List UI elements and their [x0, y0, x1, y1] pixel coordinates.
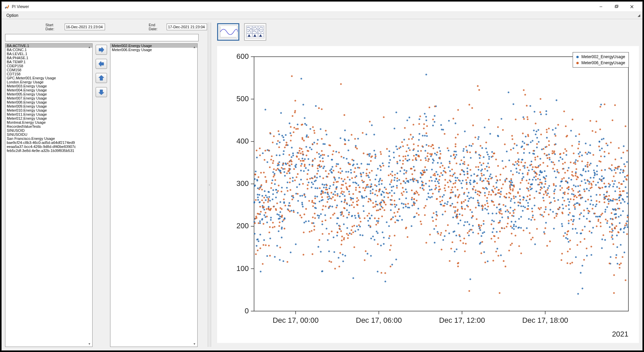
list-item[interactable]: CDM158 — [5, 68, 92, 72]
selected-tags-list[interactable]: ▴ ▾ Meter002.Energy UsageMeter006.Energy… — [110, 43, 198, 347]
list-item[interactable]: feb5c2df-3e8d-4e9e-a32b-1b39f835b531 — [5, 149, 92, 153]
chart-area[interactable]: 0100200300400500600Dec 17, 00:00Dec 17, … — [217, 46, 639, 343]
list-item[interactable]: London.Energy Usage — [5, 80, 92, 84]
svg-point-1795 — [510, 149, 512, 151]
svg-point-744 — [496, 186, 498, 188]
svg-point-1961 — [418, 123, 420, 125]
minimize-button[interactable] — [593, 2, 609, 12]
list-item[interactable]: Meter008.Energy Usage — [5, 100, 92, 104]
scroll-up-icon[interactable]: ▴ — [192, 44, 197, 49]
list-item[interactable]: RecordedValueTests — [5, 124, 92, 128]
move-up-button[interactable] — [96, 73, 107, 83]
svg-point-1191 — [406, 119, 408, 121]
list-item[interactable]: SINUSOID — [5, 128, 92, 132]
list-item[interactable]: SINUSOIDU — [5, 132, 92, 136]
svg-point-1241 — [434, 181, 436, 182]
maximize-button[interactable] — [609, 2, 624, 12]
svg-point-1116 — [378, 184, 380, 185]
move-right-button[interactable] — [96, 45, 107, 55]
svg-point-529 — [606, 206, 608, 208]
svg-point-1530 — [571, 262, 573, 264]
single-plot-mode-button[interactable] — [217, 23, 239, 41]
svg-point-416 — [425, 150, 426, 152]
pane-divider[interactable]: ‹ — [207, 23, 212, 347]
end-date-input[interactable] — [167, 24, 207, 30]
svg-point-426 — [580, 233, 581, 234]
svg-point-1418 — [294, 112, 296, 113]
list-item[interactable]: Meter005.Energy Usage — [5, 92, 92, 96]
svg-point-997 — [311, 149, 312, 150]
svg-point-1088 — [279, 142, 280, 143]
list-item[interactable]: San Francisco.Energy Usage — [5, 136, 92, 141]
svg-point-423 — [435, 187, 437, 189]
move-left-button[interactable] — [96, 59, 107, 69]
svg-point-1516 — [493, 191, 494, 193]
svg-point-1680 — [617, 231, 619, 233]
svg-point-2211 — [318, 107, 320, 109]
menu-overflow-icon[interactable]: ◢ — [638, 13, 640, 17]
multi-plot-mode-button[interactable] — [244, 23, 266, 41]
list-item[interactable]: BA:ACTIVE.1 — [5, 44, 92, 48]
svg-point-1460 — [500, 174, 501, 175]
svg-point-2294 — [441, 200, 443, 201]
svg-point-152 — [464, 174, 465, 175]
list-item[interactable]: Meter012.Energy Usage — [5, 116, 92, 120]
svg-point-2023 — [292, 115, 293, 117]
svg-point-1179 — [397, 172, 398, 174]
svg-point-917 — [380, 245, 382, 246]
list-item[interactable]: BA:PHASE.1 — [5, 56, 92, 60]
list-item[interactable]: BA:TEMP.1 — [5, 60, 92, 64]
menu-option[interactable]: Option — [4, 12, 20, 18]
svg-point-853 — [259, 201, 260, 203]
list-item[interactable]: Meter010.Energy Usage — [5, 108, 92, 112]
list-item[interactable]: Meter009.Energy Usage — [5, 104, 92, 108]
svg-point-1848 — [488, 181, 489, 183]
svg-point-2020 — [313, 202, 315, 204]
list-item[interactable]: BA:LEVEL.1 — [5, 52, 92, 56]
svg-point-1467 — [416, 200, 417, 201]
search-input[interactable] — [5, 34, 199, 41]
list-item[interactable]: Meter011.Energy Usage — [5, 112, 92, 116]
svg-point-1982 — [467, 173, 468, 174]
svg-point-2442 — [259, 188, 260, 190]
svg-point-1725 — [372, 202, 374, 204]
svg-point-1755 — [340, 188, 342, 189]
svg-point-542 — [554, 189, 556, 190]
list-item[interactable]: Meter007.Energy Usage — [5, 96, 92, 100]
list-item[interactable]: CDT158 — [5, 72, 92, 76]
list-item[interactable]: BA:CONC.1 — [5, 48, 92, 52]
svg-point-130 — [627, 214, 629, 216]
svg-point-1635 — [585, 152, 586, 153]
list-item[interactable]: GPC.Meter001.Energy Usage — [5, 76, 92, 80]
list-item[interactable]: CDEP158 — [5, 64, 92, 68]
close-button[interactable] — [624, 2, 640, 12]
available-tags-list[interactable]: ▴ ▾ BA:ACTIVE.1BA:CONC.1BA:LEVEL.1BA:PHA… — [5, 43, 93, 347]
list-item[interactable]: eeaa5a37-bcc4-426b-9d8d-df40be83907c — [5, 145, 92, 149]
svg-point-402 — [338, 177, 340, 179]
svg-point-882 — [340, 138, 341, 139]
svg-point-1158 — [522, 176, 524, 178]
scroll-down-icon[interactable]: ▾ — [192, 341, 197, 346]
svg-point-591 — [329, 170, 331, 171]
list-item[interactable]: Meter004.Energy Usage — [5, 88, 92, 92]
svg-point-725 — [480, 177, 481, 179]
scroll-up-icon[interactable]: ▴ — [87, 44, 92, 49]
svg-point-1941 — [289, 182, 291, 183]
move-down-button[interactable] — [96, 87, 107, 97]
svg-point-443 — [575, 228, 576, 230]
svg-point-1942 — [407, 203, 409, 204]
svg-point-1642 — [353, 171, 355, 173]
svg-point-1128 — [311, 187, 312, 188]
svg-point-1012 — [303, 170, 305, 172]
svg-point-715 — [426, 144, 427, 146]
list-item[interactable]: Meter003.Energy Usage — [5, 84, 92, 88]
list-item[interactable]: Meter002.Energy Usage — [110, 44, 197, 48]
list-item[interactable]: Meter006.Energy Usage — [110, 48, 197, 52]
svg-point-1121 — [483, 223, 484, 225]
scroll-down-icon[interactable]: ▾ — [87, 341, 92, 346]
list-item[interactable]: Montreal.Energy Usage — [5, 120, 92, 124]
svg-point-792 — [351, 216, 353, 217]
start-date-input[interactable] — [65, 24, 105, 30]
list-item[interactable]: bae9cf24-c8b3-46c0-ad5d-a64df2174ed9 — [5, 141, 92, 145]
svg-point-607 — [623, 145, 624, 147]
